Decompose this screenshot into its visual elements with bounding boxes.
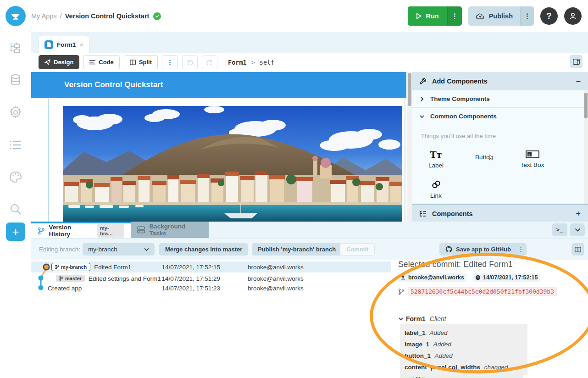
sidebar-item-theme[interactable] [6,168,25,186]
help-button[interactable]: ? [540,7,558,25]
commit-button[interactable]: Commit [340,243,375,256]
account-button[interactable] [564,7,582,25]
add-components-title: Add Components [432,78,488,85]
commit-node-selected[interactable] [44,264,49,270]
canvas-scrollbar-thumb[interactable] [408,73,411,106]
commit-author: brooke@anvil.works [248,275,304,282]
commit-label: Commit [346,246,368,253]
change-status: Added [430,329,448,336]
breadcrumb-form1[interactable]: Form1 [228,59,247,66]
plus-icon: + [12,225,19,239]
components-title: Components [432,210,473,217]
code-view-button[interactable]: Code [83,55,120,69]
design-canvas: Version Control Quickstart [31,72,412,222]
commit-row[interactable]: master Edited settings and Form1 brooke@… [31,273,391,284]
chevron-down-icon [144,248,149,251]
components-section[interactable]: Components + [412,204,588,222]
design-view-button[interactable]: Design [39,55,79,69]
tab-background-tasks[interactable]: Background Tasks [131,222,209,238]
theme-components-row[interactable]: Theme Components [412,90,588,108]
sidebar-item-settings[interactable] [6,103,25,122]
redo-icon [206,59,213,65]
textbox-component-icon: a [526,150,539,158]
bottom-tab-strip: Version History my-bra… Background Tasks… [31,222,588,238]
commit-row-selected[interactable]: my-branch Edited Form1 brooke@anvil.work… [31,261,391,272]
branch-badge-my-branch: my-branch [51,263,90,271]
change-row: content_panel.col_widths changed [405,361,523,373]
app-tree-icon [9,42,22,55]
change-name: label_1 [405,329,426,336]
publish-menu-button[interactable]: ⋮ [520,6,534,26]
view-menu-button[interactable]: ⋮ [162,55,178,69]
commit-node[interactable] [38,285,43,290]
sidebar-item-search[interactable] [6,200,25,218]
palette-item-link[interactable]: Link [412,174,460,205]
canvas-scrollbar[interactable] [407,72,412,222]
branch-select[interactable]: my-branch [83,243,155,256]
commit-message: Edited Form1 [94,264,131,271]
panel-layout-icon [573,59,580,65]
help-icon: ? [547,11,552,21]
right-panel-scrollbar[interactable] [584,90,588,204]
commit-date: 14/07/2021, 17:51:29 [147,275,220,282]
toggle-side-panel-button[interactable] [570,55,582,68]
columns-icon [575,247,581,252]
publish-button[interactable]: Publish [468,6,520,26]
change-row: image_1 Added [405,339,523,350]
common-components-label: Common Components [430,113,497,120]
add-component-plus-icon[interactable]: + [576,209,581,219]
anvil-logo[interactable] [6,6,26,26]
breadcrumb-self[interactable]: self [260,59,275,66]
sidebar-item-data-tables[interactable] [6,71,25,89]
redo-button[interactable] [202,55,217,69]
image-component-coastal-town[interactable] [63,106,402,222]
kebab-icon: ⋮ [167,59,173,66]
wrench-icon [419,78,427,85]
right-panel-scrollbar-thumb[interactable] [584,93,588,118]
form-title-bar[interactable]: Version Control Quickstart [31,72,406,98]
kebab-icon: ⋮ [524,12,531,20]
commit-author-chip: brooke@anvil.works [398,273,466,282]
form-changes-header[interactable]: Form1 Client [398,315,588,322]
design-label: Design [54,59,73,66]
tab-form1[interactable]: Form1 × [39,36,89,53]
commit-graph [31,260,52,296]
save-to-github-button[interactable]: Save app to GitHub ⋮ [439,243,527,256]
editing-branch-label: Editing branch: [39,243,80,256]
commit-node[interactable] [38,275,43,280]
run-menu-button[interactable]: ⋮ [447,6,462,26]
saved-check-icon [153,12,161,20]
palette-item-button[interactable]: Button [460,145,508,174]
split-view-button[interactable]: Split [124,55,158,69]
collapse-panel-button[interactable] [570,223,585,236]
editor-toolbar: Design Code Split ⋮ Form1 > self [31,53,588,72]
collapse-minus-icon[interactable]: − [576,77,581,86]
sidebar-item-app-structure[interactable] [6,39,25,57]
github-menu-button[interactable]: ⋮ [515,243,527,256]
undo-button[interactable] [182,55,198,69]
list-details-divider [391,260,391,378]
panel-layout-button[interactable] [571,243,584,256]
run-button[interactable]: Run [408,6,447,26]
commit-hash[interactable]: 528712630cf5c44bc5e0d2d050f21fbf300d39b3 [408,287,557,296]
cloud-upload-icon [476,13,485,20]
list-icon [9,139,22,150]
commit-row[interactable]: Created app brooke@anvil.works 14/07/202… [31,283,391,293]
sidebar-item-logs[interactable] [6,136,25,154]
palette-item-label[interactable]: Tт Label [412,145,460,174]
open-console-button[interactable]: >_ [552,223,567,236]
publish-branch-label: Publish 'my-branch' branch [258,246,336,253]
split-label: Split [139,59,152,66]
add-components-header[interactable]: Add Components − [412,72,588,90]
app-title[interactable]: Version Control Quickstart [65,12,150,20]
breadcrumb-separator: / [60,12,62,20]
common-components-row[interactable]: Common Components [412,108,588,125]
add-app-button[interactable]: + [6,222,25,241]
publish-branch-button[interactable]: Publish 'my-branch' branch [252,243,342,256]
palette-item-textbox[interactable]: a Text Box [508,145,556,174]
merge-into-master-button[interactable]: Merge changes into master [159,243,248,256]
tab-version-history[interactable]: Version History my-bra… [31,222,131,238]
textbox-item-caption: Text Box [521,161,544,168]
close-icon[interactable]: × [79,41,83,49]
breadcrumb-my-apps[interactable]: My Apps [31,12,57,20]
